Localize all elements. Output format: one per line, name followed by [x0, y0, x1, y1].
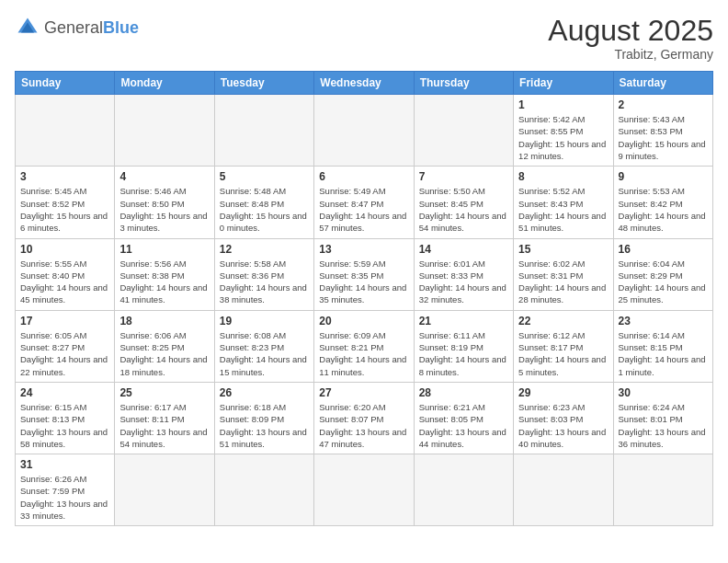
sun-info: Sunrise: 5:49 AMSunset: 8:47 PMDaylight:… — [319, 185, 408, 234]
calendar-cell-25: 25Sunrise: 6:17 AMSunset: 8:11 PMDayligh… — [115, 382, 214, 454]
logo-icon — [15, 15, 40, 40]
week-row-1: 3Sunrise: 5:45 AMSunset: 8:52 PMDaylight… — [16, 167, 713, 238]
calendar-cell-28: 28Sunrise: 6:21 AMSunset: 8:05 PMDayligh… — [414, 382, 513, 454]
calendar-cell-7: 7Sunrise: 5:50 AMSunset: 8:45 PMDaylight… — [414, 167, 513, 238]
sun-info: Sunrise: 5:42 AMSunset: 8:55 PMDaylight:… — [518, 113, 608, 162]
calendar-cell-12: 12Sunrise: 5:58 AMSunset: 8:36 PMDayligh… — [214, 238, 313, 310]
day-number: 9 — [619, 170, 708, 183]
weekday-header-thursday: Thursday — [414, 72, 513, 95]
day-number: 13 — [319, 243, 408, 256]
calendar-cell-15: 15Sunrise: 6:02 AMSunset: 8:31 PMDayligh… — [514, 238, 613, 310]
day-number: 12 — [220, 243, 309, 256]
calendar-cell-31: 31Sunrise: 6:26 AMSunset: 7:59 PMDayligh… — [16, 454, 115, 526]
week-row-0: 1Sunrise: 5:42 AMSunset: 8:55 PMDaylight… — [16, 95, 713, 167]
sun-info: Sunrise: 5:45 AMSunset: 8:52 PMDaylight:… — [20, 185, 109, 234]
day-number: 20 — [319, 315, 408, 327]
calendar-cell-6: 6Sunrise: 5:49 AMSunset: 8:47 PMDaylight… — [314, 167, 414, 238]
calendar-cell-26: 26Sunrise: 6:18 AMSunset: 8:09 PMDayligh… — [214, 382, 313, 454]
sun-info: Sunrise: 6:02 AMSunset: 8:31 PMDaylight:… — [518, 258, 608, 306]
logo: GeneralBlue — [15, 15, 139, 40]
calendar-cell-1: 1Sunrise: 5:42 AMSunset: 8:55 PMDaylight… — [514, 95, 613, 167]
sun-info: Sunrise: 5:46 AMSunset: 8:50 PMDaylight:… — [119, 185, 209, 234]
calendar-cell-9: 9Sunrise: 5:53 AMSunset: 8:42 PMDaylight… — [613, 167, 712, 238]
day-number: 30 — [619, 386, 708, 399]
calendar-cell-empty — [414, 454, 513, 526]
day-number: 17 — [20, 315, 109, 327]
sun-info: Sunrise: 5:53 AMSunset: 8:42 PMDaylight:… — [619, 185, 708, 234]
calendar-cell-empty — [214, 95, 313, 167]
sun-info: Sunrise: 6:09 AMSunset: 8:21 PMDaylight:… — [319, 329, 408, 378]
weekday-header-saturday: Saturday — [613, 72, 712, 95]
sun-info: Sunrise: 5:48 AMSunset: 8:48 PMDaylight:… — [220, 185, 309, 234]
calendar-cell-24: 24Sunrise: 6:15 AMSunset: 8:13 PMDayligh… — [16, 382, 115, 454]
weekday-header-monday: Monday — [115, 72, 214, 95]
sun-info: Sunrise: 6:17 AMSunset: 8:11 PMDaylight:… — [119, 401, 209, 450]
day-number: 3 — [20, 170, 109, 183]
calendar-cell-14: 14Sunrise: 6:01 AMSunset: 8:33 PMDayligh… — [414, 238, 513, 310]
calendar-cell-empty — [613, 454, 712, 526]
day-number: 24 — [20, 386, 109, 399]
weekday-header-sunday: Sunday — [16, 72, 115, 95]
sun-info: Sunrise: 6:06 AMSunset: 8:25 PMDaylight:… — [119, 329, 209, 378]
calendar-cell-empty — [115, 95, 214, 167]
day-number: 11 — [119, 243, 209, 256]
day-number: 22 — [518, 315, 608, 327]
calendar-cell-empty — [414, 95, 513, 167]
calendar-cell-empty — [214, 454, 313, 526]
calendar-cell-27: 27Sunrise: 6:20 AMSunset: 8:07 PMDayligh… — [314, 382, 414, 454]
weekday-header-wednesday: Wednesday — [314, 72, 414, 95]
day-number: 26 — [220, 386, 309, 399]
weekday-header-row: SundayMondayTuesdayWednesdayThursdayFrid… — [16, 72, 713, 95]
day-number: 15 — [518, 243, 608, 256]
sun-info: Sunrise: 6:04 AMSunset: 8:29 PMDaylight:… — [619, 258, 708, 306]
sun-info: Sunrise: 6:14 AMSunset: 8:15 PMDaylight:… — [619, 329, 708, 378]
day-number: 21 — [419, 315, 508, 327]
calendar-cell-30: 30Sunrise: 6:24 AMSunset: 8:01 PMDayligh… — [613, 382, 712, 454]
day-number: 7 — [419, 170, 508, 183]
location: Trabitz, Germany — [548, 47, 713, 62]
week-row-5: 31Sunrise: 6:26 AMSunset: 7:59 PMDayligh… — [16, 454, 713, 526]
sun-info: Sunrise: 5:55 AMSunset: 8:40 PMDaylight:… — [20, 258, 109, 306]
sun-info: Sunrise: 5:58 AMSunset: 8:36 PMDaylight:… — [220, 258, 309, 306]
sun-info: Sunrise: 6:05 AMSunset: 8:27 PMDaylight:… — [20, 329, 109, 378]
weekday-header-friday: Friday — [514, 72, 613, 95]
sun-info: Sunrise: 6:08 AMSunset: 8:23 PMDaylight:… — [220, 329, 309, 378]
calendar-cell-23: 23Sunrise: 6:14 AMSunset: 8:15 PMDayligh… — [613, 310, 712, 382]
calendar: SundayMondayTuesdayWednesdayThursdayFrid… — [15, 71, 713, 526]
sun-info: Sunrise: 6:24 AMSunset: 8:01 PMDaylight:… — [619, 401, 708, 450]
calendar-cell-8: 8Sunrise: 5:52 AMSunset: 8:43 PMDaylight… — [514, 167, 613, 238]
calendar-cell-13: 13Sunrise: 5:59 AMSunset: 8:35 PMDayligh… — [314, 238, 414, 310]
day-number: 5 — [220, 170, 309, 183]
day-number: 28 — [419, 386, 508, 399]
sun-info: Sunrise: 5:59 AMSunset: 8:35 PMDaylight:… — [319, 258, 408, 306]
week-row-3: 17Sunrise: 6:05 AMSunset: 8:27 PMDayligh… — [16, 310, 713, 382]
sun-info: Sunrise: 6:15 AMSunset: 8:13 PMDaylight:… — [20, 401, 109, 450]
day-number: 29 — [518, 386, 608, 399]
sun-info: Sunrise: 5:50 AMSunset: 8:45 PMDaylight:… — [419, 185, 508, 234]
sun-info: Sunrise: 6:20 AMSunset: 8:07 PMDaylight:… — [319, 401, 408, 450]
calendar-cell-empty — [314, 95, 414, 167]
day-number: 18 — [119, 315, 209, 327]
sun-info: Sunrise: 6:23 AMSunset: 8:03 PMDaylight:… — [518, 401, 608, 450]
calendar-cell-2: 2Sunrise: 5:43 AMSunset: 8:53 PMDaylight… — [613, 95, 712, 167]
title-block: August 2025 Trabitz, Germany — [548, 15, 713, 62]
day-number: 6 — [319, 170, 408, 183]
calendar-cell-empty — [314, 454, 414, 526]
page: GeneralBlue August 2025 Trabitz, Germany… — [0, 0, 728, 563]
calendar-cell-10: 10Sunrise: 5:55 AMSunset: 8:40 PMDayligh… — [16, 238, 115, 310]
calendar-cell-empty — [514, 454, 613, 526]
sun-info: Sunrise: 5:52 AMSunset: 8:43 PMDaylight:… — [518, 185, 608, 234]
day-number: 31 — [20, 458, 109, 471]
sun-info: Sunrise: 5:56 AMSunset: 8:38 PMDaylight:… — [119, 258, 209, 306]
calendar-cell-20: 20Sunrise: 6:09 AMSunset: 8:21 PMDayligh… — [314, 310, 414, 382]
day-number: 4 — [119, 170, 209, 183]
calendar-cell-4: 4Sunrise: 5:46 AMSunset: 8:50 PMDaylight… — [115, 167, 214, 238]
calendar-cell-19: 19Sunrise: 6:08 AMSunset: 8:23 PMDayligh… — [214, 310, 313, 382]
day-number: 2 — [619, 98, 708, 111]
calendar-cell-empty — [16, 95, 115, 167]
day-number: 16 — [619, 243, 708, 256]
month-year: August 2025 — [548, 15, 713, 47]
day-number: 14 — [419, 243, 508, 256]
logo-text: GeneralBlue — [44, 18, 139, 38]
header: GeneralBlue August 2025 Trabitz, Germany — [15, 15, 713, 62]
